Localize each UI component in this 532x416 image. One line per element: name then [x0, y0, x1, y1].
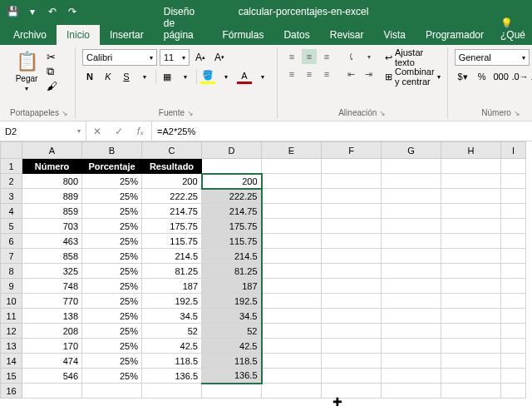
cell[interactable] [382, 264, 441, 279]
borders-icon[interactable]: ▦ [160, 69, 175, 84]
cell[interactable]: 25% [82, 174, 142, 189]
font-size-select[interactable]: 11▾ [160, 49, 190, 66]
increase-indent-icon[interactable]: ⇥ [362, 67, 377, 82]
cell[interactable] [262, 159, 322, 174]
cell[interactable] [322, 294, 382, 309]
cell[interactable] [322, 219, 382, 234]
cell[interactable] [382, 369, 441, 384]
cell[interactable]: 187 [202, 279, 262, 294]
wrap-text-button[interactable]: ↩Ajustar texto [385, 49, 441, 66]
align-top-icon[interactable]: ≡ [284, 49, 299, 64]
cell[interactable]: 748 [22, 279, 82, 294]
merge-center-button[interactable]: ⊞Combinar y centrar ▾ [385, 68, 441, 85]
orientation-icon[interactable]: ⤹ [344, 49, 359, 64]
cell[interactable]: 214.75 [142, 204, 202, 219]
cell[interactable] [441, 249, 501, 264]
cell[interactable] [322, 159, 382, 174]
number-format-select[interactable]: General▾ [455, 49, 530, 66]
cell[interactable]: 25% [82, 219, 142, 234]
cell[interactable]: Porcentaje [82, 159, 142, 174]
cell[interactable]: 222.25 [202, 189, 262, 204]
font-name-select[interactable]: Calibri▾ [82, 49, 157, 66]
cell[interactable] [441, 234, 501, 249]
cell[interactable] [441, 159, 501, 174]
row-header[interactable]: 2 [1, 174, 22, 189]
font-color-icon[interactable]: A [237, 69, 252, 84]
cell[interactable] [262, 384, 322, 399]
cell[interactable] [262, 219, 322, 234]
cell[interactable]: Número [22, 159, 82, 174]
column-header[interactable]: A [22, 142, 82, 159]
cell[interactable]: 770 [22, 294, 82, 309]
cell[interactable] [501, 279, 526, 294]
row-header[interactable]: 15 [1, 369, 22, 384]
column-header[interactable]: D [202, 142, 262, 159]
enter-formula-icon[interactable]: ✓ [108, 126, 130, 137]
cell[interactable] [322, 249, 382, 264]
paste-button[interactable]: 📋 Pegar ▾ [10, 49, 43, 94]
cell[interactable] [262, 354, 322, 369]
cell[interactable] [501, 219, 526, 234]
cell[interactable]: 175.75 [142, 219, 202, 234]
comma-icon[interactable]: 000 [493, 69, 510, 84]
cell[interactable] [382, 249, 441, 264]
cell[interactable]: 214.5 [142, 249, 202, 264]
cell[interactable] [501, 309, 526, 324]
spreadsheet-grid[interactable]: ABCDEFGHI1 Número Porcentaje Resultado 2… [0, 141, 532, 416]
undo-icon[interactable]: ↶ [45, 4, 60, 19]
cell[interactable] [322, 324, 382, 339]
cell[interactable] [501, 234, 526, 249]
align-center-icon[interactable]: ≡ [302, 67, 317, 82]
increase-font-icon[interactable]: A▴ [192, 49, 209, 66]
currency-icon[interactable]: $▾ [455, 69, 471, 84]
cell[interactable]: 25% [82, 354, 142, 369]
dialog-launcher-icon[interactable]: ↘ [379, 109, 386, 117]
cell[interactable] [322, 204, 382, 219]
bold-button[interactable]: N [82, 69, 97, 84]
cell[interactable] [441, 369, 501, 384]
cell[interactable] [501, 159, 526, 174]
cell[interactable] [262, 324, 322, 339]
tab-inicio[interactable]: Inicio [57, 25, 100, 45]
cell[interactable] [501, 339, 526, 354]
cell[interactable] [441, 174, 501, 189]
cell[interactable] [441, 279, 501, 294]
cell[interactable] [322, 354, 382, 369]
cell[interactable]: 136.5 [202, 369, 262, 384]
cell[interactable]: 25% [82, 279, 142, 294]
cell[interactable] [322, 369, 382, 384]
row-header[interactable]: 5 [1, 219, 22, 234]
underline-button[interactable]: S [119, 69, 134, 84]
cell[interactable] [441, 339, 501, 354]
row-header[interactable]: 7 [1, 249, 22, 264]
tab-archivo[interactable]: Archivo [3, 25, 57, 45]
cell[interactable]: 859 [22, 204, 82, 219]
cell[interactable] [322, 384, 382, 399]
column-header[interactable]: I [501, 142, 526, 159]
cell[interactable] [382, 384, 441, 399]
row-header[interactable]: 6 [1, 234, 22, 249]
cell[interactable] [441, 309, 501, 324]
row-header[interactable]: 14 [1, 354, 22, 369]
cell[interactable]: 800 [22, 174, 82, 189]
cell[interactable] [322, 279, 382, 294]
cell[interactable] [262, 339, 322, 354]
cell[interactable] [202, 159, 262, 174]
cell[interactable]: 25% [82, 189, 142, 204]
cell[interactable] [441, 219, 501, 234]
cell[interactable]: 25% [82, 339, 142, 354]
cell[interactable] [262, 369, 322, 384]
cell[interactable]: 214.75 [202, 204, 262, 219]
cell[interactable] [322, 264, 382, 279]
fill-color-icon[interactable]: 🪣 [200, 69, 215, 84]
cell[interactable] [501, 264, 526, 279]
cell[interactable]: 889 [22, 189, 82, 204]
qat-dropdown-icon[interactable]: ▾ [25, 4, 40, 19]
cell[interactable] [382, 309, 441, 324]
cell[interactable]: 703 [22, 219, 82, 234]
cell[interactable]: 463 [22, 234, 82, 249]
column-header[interactable]: H [441, 142, 501, 159]
cell[interactable]: 170 [22, 339, 82, 354]
cell[interactable]: 118.5 [142, 354, 202, 369]
cell[interactable]: 25% [82, 249, 142, 264]
